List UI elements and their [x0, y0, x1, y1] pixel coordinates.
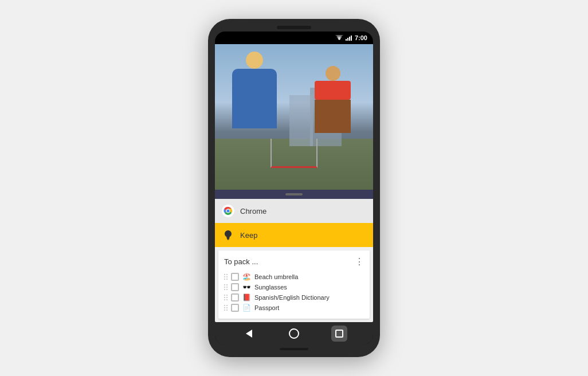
keep-item-1: 🏖️ Beach umbrella — [224, 272, 364, 282]
item-emoji-3: 📕 — [242, 293, 251, 301]
status-bar: 7:00 — [215, 32, 373, 44]
item-checkbox-2[interactable] — [231, 283, 239, 291]
svg-rect-3 — [346, 39, 347, 41]
status-icons: 7:00 — [335, 34, 367, 41]
speaker — [277, 26, 311, 29]
keep-card-header: To pack ... ⋮ — [224, 256, 364, 267]
drag-handle[interactable] — [215, 190, 373, 199]
recents-icon — [335, 330, 343, 338]
drag-handle-dots-2 — [224, 284, 228, 290]
drag-handle-bar — [285, 193, 303, 195]
item-emoji-4: 📄 — [242, 304, 251, 312]
drag-handle-dots-4 — [224, 305, 228, 311]
item-checkbox-4[interactable] — [231, 304, 239, 312]
svg-rect-4 — [347, 38, 348, 41]
phone-bottom — [215, 345, 373, 350]
svg-point-9 — [227, 210, 230, 213]
app-switcher-panel: Chrome Keep To pack ... ⋮ — [215, 199, 373, 322]
recents-button[interactable] — [331, 326, 347, 342]
item-text-3: Spanish/English Dictionary — [254, 294, 330, 301]
item-text-4: Passport — [254, 304, 279, 311]
drag-handle-dots-1 — [224, 274, 228, 280]
item-emoji-1: 🏖️ — [242, 273, 251, 281]
back-button[interactable] — [241, 326, 257, 342]
phone-screen: 7:00 — [215, 32, 373, 345]
video-area — [215, 44, 373, 190]
phone-top-area — [215, 26, 373, 29]
chrome-app-row[interactable]: Chrome — [215, 199, 373, 223]
svg-rect-6 — [351, 36, 352, 41]
signal-icon — [346, 35, 352, 41]
item-text-2: Sunglasses — [254, 284, 287, 291]
item-checkbox-3[interactable] — [231, 293, 239, 301]
svg-marker-2 — [335, 35, 343, 38]
keep-item-3: 📕 Spanish/English Dictionary — [224, 292, 364, 303]
svg-rect-11 — [228, 240, 229, 240]
home-button[interactable] — [286, 326, 302, 342]
keep-note-card: To pack ... ⋮ 🏖️ Beach umbrella — [218, 250, 370, 319]
keep-icon — [222, 229, 234, 241]
chrome-label: Chrome — [240, 207, 266, 216]
keep-label: Keep — [240, 231, 257, 240]
phone-device: 7:00 — [208, 19, 380, 357]
keep-item-4: 📄 Passport — [224, 303, 364, 313]
wifi-icon — [335, 35, 343, 41]
back-icon — [246, 330, 252, 338]
keep-more-menu-button[interactable]: ⋮ — [355, 256, 364, 267]
chrome-icon — [222, 205, 234, 217]
keep-item-2: 🕶️ Sunglasses — [224, 282, 364, 292]
item-emoji-2: 🕶️ — [242, 283, 251, 291]
bottom-bar — [280, 348, 308, 350]
svg-rect-10 — [227, 238, 229, 240]
bike-rack — [271, 139, 318, 168]
item-checkbox-1[interactable] — [231, 273, 239, 281]
keep-card-title: To pack ... — [224, 257, 258, 266]
keep-app-row[interactable]: Keep — [215, 223, 373, 247]
item-text-1: Beach umbrella — [254, 273, 298, 280]
status-time: 7:00 — [355, 34, 367, 41]
home-icon — [289, 328, 299, 339]
drag-handle-dots-3 — [224, 295, 228, 300]
svg-rect-5 — [349, 37, 350, 41]
navigation-bar — [215, 322, 373, 345]
